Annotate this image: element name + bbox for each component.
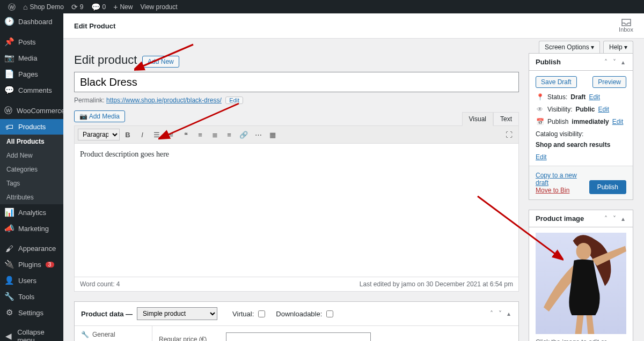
- caret-up-icon[interactable]: ▴: [620, 58, 626, 66]
- product-title-input[interactable]: [74, 72, 519, 92]
- catalog-edit-link[interactable]: Edit: [536, 153, 547, 161]
- menu-products[interactable]: 🏷Products: [0, 119, 63, 135]
- downloadable-checkbox[interactable]: [326, 310, 333, 317]
- publish-date-edit-link[interactable]: Edit: [612, 118, 624, 125]
- add-media-button[interactable]: 📷 Add Media: [74, 110, 125, 122]
- link-button[interactable]: 🔗: [237, 128, 250, 141]
- eye-icon: 👁: [536, 106, 544, 113]
- publish-button[interactable]: Publish: [589, 180, 626, 194]
- menu-appearance[interactable]: 🖌Appearance: [0, 241, 63, 256]
- ol-button[interactable]: ≡: [165, 128, 178, 141]
- menu-media[interactable]: 📷Media: [0, 50, 63, 66]
- ul-button[interactable]: ☰: [150, 128, 163, 141]
- comment-icon: 💬: [91, 3, 100, 11]
- menu-analytics[interactable]: 📊Analytics: [0, 204, 63, 220]
- submenu-add-new[interactable]: Add New: [0, 149, 63, 162]
- permalink-row: Permalink: https://www.shop.ie/product/b…: [74, 97, 519, 104]
- media-icon: 📷: [79, 113, 87, 120]
- new-link[interactable]: +New: [109, 0, 136, 13]
- status-edit-link[interactable]: Edit: [589, 93, 600, 101]
- permalink-link[interactable]: https://www.shop.ie/product/black-dress/: [106, 97, 222, 104]
- format-select[interactable]: Paragraph: [78, 129, 120, 140]
- collapse-icon: ◀: [4, 331, 13, 341]
- copy-draft-link[interactable]: Copy to a new draft: [536, 172, 577, 187]
- fullscreen-button[interactable]: ⛶: [502, 128, 515, 141]
- view-product-link[interactable]: View product: [136, 0, 181, 13]
- downloadable-label: Downloadable:: [276, 310, 322, 318]
- editor: Paragraph B I ☰ ≡ ❝ ≡ ≣ ≡ 🔗 ⋯ ▦ ⛶ Produc…: [74, 125, 519, 292]
- chevron-down-icon[interactable]: ˅: [611, 215, 618, 223]
- submenu-categories[interactable]: Categories: [0, 162, 63, 176]
- toolbar-toggle-button[interactable]: ▦: [266, 128, 279, 141]
- refresh-icon: ⟳: [71, 3, 78, 11]
- permalink-edit-button[interactable]: Edit: [225, 97, 243, 104]
- move-to-bin-link[interactable]: Move to Bin: [536, 187, 569, 194]
- caret-up-icon[interactable]: ▴: [620, 215, 626, 223]
- home-icon: ⌂: [23, 3, 27, 11]
- menu-pages[interactable]: 📄Pages: [0, 66, 63, 82]
- virtual-label: Virtual:: [232, 310, 254, 318]
- editor-toolbar: Paragraph B I ☰ ≡ ❝ ≡ ≣ ≡ 🔗 ⋯ ▦ ⛶: [75, 126, 518, 144]
- editor-content[interactable]: Product description goes here: [75, 144, 518, 277]
- menu-woocommerce[interactable]: ⓦWooCommerce: [0, 102, 63, 119]
- menu-posts[interactable]: 📌Posts: [0, 34, 63, 50]
- more-button[interactable]: ⋯: [252, 128, 265, 141]
- comments-link[interactable]: 💬0: [87, 0, 110, 13]
- submenu-products: All Products Add New Categories Tags Att…: [0, 135, 63, 204]
- regular-price-label: Regular price (€): [159, 336, 221, 342]
- menu-comments[interactable]: 💬Comments: [0, 82, 63, 98]
- align-left-button[interactable]: ≡: [194, 128, 207, 141]
- product-type-select[interactable]: Simple product: [137, 307, 217, 320]
- admin-bar: ⓦ ⌂Shop Demo ⟳9 💬0 +New View product: [0, 0, 644, 13]
- bold-button[interactable]: B: [121, 128, 134, 141]
- save-draft-button[interactable]: Save Draft: [536, 76, 577, 88]
- chevron-down-icon[interactable]: ˅: [611, 58, 618, 66]
- italic-button[interactable]: I: [136, 128, 149, 141]
- visibility-edit-link[interactable]: Edit: [598, 106, 609, 113]
- wordpress-icon: ⓦ: [8, 3, 16, 11]
- align-right-button[interactable]: ≡: [223, 128, 236, 141]
- quote-button[interactable]: ❝: [179, 128, 192, 141]
- megaphone-icon: 📣: [4, 224, 14, 233]
- collapse-menu[interactable]: ◀Collapse menu: [0, 325, 63, 341]
- preview-button[interactable]: Preview: [592, 76, 626, 88]
- editor-top: 📷 Add Media Visual Text: [74, 110, 519, 125]
- tab-general[interactable]: 🔧General: [75, 326, 152, 341]
- product-image-hint: Click the image to edit or update: [536, 338, 626, 341]
- inbox-button[interactable]: Inbox: [619, 19, 633, 33]
- updates-link[interactable]: ⟳9: [68, 0, 87, 13]
- site-link[interactable]: ⌂Shop Demo: [19, 0, 68, 13]
- virtual-checkbox[interactable]: [258, 310, 265, 317]
- submenu-attributes[interactable]: Attributes: [0, 190, 63, 204]
- editor-tab-visual[interactable]: Visual: [462, 112, 493, 126]
- chevron-down-icon[interactable]: ˅: [497, 310, 503, 317]
- admin-sidebar: 🕑Dashboard 📌Posts 📷Media 📄Pages 💬Comment…: [0, 13, 63, 341]
- menu-plugins[interactable]: 🔌Plugins3: [0, 256, 63, 272]
- page-icon: 📄: [4, 69, 14, 79]
- wrench-icon: 🔧: [4, 292, 14, 301]
- editor-statusbar: Word count: 4 Last edited by jamo on 30 …: [75, 277, 518, 291]
- editor-tab-text[interactable]: Text: [493, 112, 519, 125]
- menu-marketing[interactable]: 📣Marketing: [0, 220, 63, 236]
- menu-dashboard[interactable]: 🕑Dashboard: [0, 13, 63, 29]
- product-image[interactable]: [536, 233, 626, 334]
- submenu-tags[interactable]: Tags: [0, 176, 63, 190]
- menu-tools[interactable]: 🔧Tools: [0, 288, 63, 305]
- regular-price-input[interactable]: [226, 332, 371, 341]
- menu-settings[interactable]: ⚙Settings: [0, 305, 63, 321]
- align-center-button[interactable]: ≣: [208, 128, 221, 141]
- product-data-tabs: 🔧General 📋Inventory 🚚Shipping: [75, 326, 152, 341]
- add-new-button[interactable]: Add New: [142, 56, 179, 68]
- gear-icon: ⚙: [4, 308, 14, 317]
- chevron-up-icon[interactable]: ˄: [603, 58, 609, 66]
- wp-logo[interactable]: ⓦ: [4, 0, 19, 13]
- menu-users[interactable]: 👤Users: [0, 272, 63, 288]
- screen-tabs-row: Screen Options ▾ Help ▾: [63, 39, 644, 53]
- help-tab[interactable]: Help ▾: [603, 41, 633, 53]
- submenu-all-products[interactable]: All Products: [0, 135, 63, 149]
- caret-up-icon[interactable]: ▴: [506, 310, 512, 317]
- chevron-up-icon[interactable]: ˄: [488, 310, 495, 317]
- chevron-up-icon[interactable]: ˄: [603, 215, 609, 223]
- screen-options-tab[interactable]: Screen Options ▾: [539, 41, 600, 53]
- product-data-fields: Regular price (€) Sale price (€) Schedul…: [152, 326, 518, 341]
